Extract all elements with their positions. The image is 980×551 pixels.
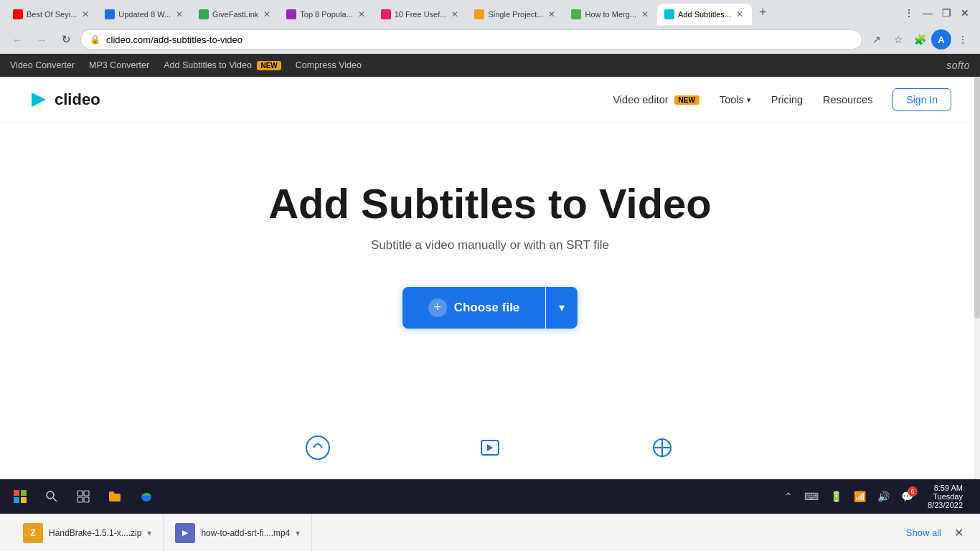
extensions-button[interactable]: 🧩 [910, 29, 930, 50]
download-chevron-1[interactable]: ▾ [147, 528, 151, 538]
chrome-more-button[interactable]: ⋮ [900, 4, 918, 22]
wifi-icon[interactable]: 📶 [851, 488, 869, 505]
nav-resources[interactable]: Resources [823, 94, 872, 105]
feature-icons-row [0, 433, 980, 465]
tab-close-6[interactable]: ✕ [547, 8, 557, 21]
tab-label-4: Top 8 Popula... [300, 10, 352, 19]
share-button[interactable]: ↗ [867, 29, 887, 50]
browser-tab-7[interactable]: How to Merg... ✕ [564, 4, 657, 25]
svg-rect-6 [14, 497, 19, 503]
zip-icon: Z [23, 523, 43, 543]
tab-favicon-5 [381, 9, 391, 19]
nav-tools[interactable]: Tools ▾ [720, 94, 751, 105]
nav-pricing[interactable]: Pricing [771, 94, 803, 105]
choose-file-dropdown-button[interactable]: ▾ [546, 287, 578, 329]
profile-button[interactable]: A [931, 29, 951, 50]
tab-label-8: Add Subtitles... [678, 10, 731, 19]
softo-mp3-converter[interactable]: MP3 Converter [89, 60, 149, 70]
taskbar-search-button[interactable] [37, 482, 66, 511]
main-content: Add Subtitles to Video Subtitle a video … [0, 123, 980, 329]
tray-chevron-icon[interactable]: ⌃ [781, 488, 796, 505]
url-text: clideo.com/add-subtitles-to-video [106, 34, 853, 45]
downloads-close-button[interactable]: ✕ [948, 523, 969, 543]
task-view-button[interactable] [69, 482, 98, 511]
browser-tab-1[interactable]: Best Of Seyi... ✕ [6, 4, 98, 25]
download-chevron-2[interactable]: ▾ [296, 528, 300, 538]
choose-file-button[interactable]: + Choose file [402, 287, 546, 329]
logo-icon [29, 90, 49, 110]
svg-rect-11 [84, 491, 89, 496]
mp4-icon: ▶ [175, 523, 195, 543]
download-item-1[interactable]: Z HandBrake-1.5.1-x....zip ▾ [11, 514, 164, 551]
new-tab-button[interactable]: + [755, 5, 771, 20]
edge-icon [140, 490, 153, 503]
tab-favicon-7 [571, 9, 581, 19]
tab-favicon-3 [199, 9, 209, 19]
tab-close-8[interactable]: ✕ [735, 8, 745, 21]
download-name-1: HandBrake-1.5.1-x....zip [49, 528, 141, 538]
softo-video-converter[interactable]: Video Converter [10, 60, 75, 70]
choose-file-container: + Choose file ▾ [402, 287, 578, 329]
browser-tab-6[interactable]: Single Project... ✕ [467, 4, 564, 25]
svg-point-8 [47, 491, 54, 499]
browser-tab-4[interactable]: Top 8 Popula... ✕ [279, 4, 373, 25]
nav-video-editor[interactable]: Video editor NEW [613, 94, 699, 105]
search-icon [45, 490, 58, 503]
browser-tab-2[interactable]: Updated 8 W... ✕ [98, 4, 192, 25]
svg-rect-5 [21, 490, 27, 496]
svg-rect-10 [77, 491, 83, 496]
notification-icon[interactable]: 💬 [898, 488, 916, 505]
tab-close-4[interactable]: ✕ [357, 8, 367, 21]
tab-close-5[interactable]: ✕ [450, 8, 460, 21]
browser-tab-8[interactable]: Add Subtitles... ✕ [657, 4, 752, 25]
clock-time: 8:59 AM [928, 484, 963, 492]
chrome-menu-button[interactable]: ⋮ [953, 29, 973, 50]
battery-icon[interactable]: 🔋 [827, 488, 845, 505]
tab-close-7[interactable]: ✕ [640, 8, 650, 21]
tab-close-2[interactable]: ✕ [174, 8, 184, 21]
scrollbar-thumb[interactable] [974, 77, 980, 319]
svg-rect-13 [84, 497, 89, 502]
chrome-maximize-button[interactable]: ❐ [937, 4, 956, 22]
tab-close-3[interactable]: ✕ [262, 8, 272, 21]
logo-text: clideo [55, 90, 100, 109]
tab-favicon-4 [286, 9, 296, 19]
browser-tab-5[interactable]: 10 Free Usef... ✕ [374, 4, 468, 25]
tab-favicon-8 [664, 9, 674, 19]
clideo-logo[interactable]: clideo [29, 90, 100, 110]
start-button[interactable] [6, 482, 34, 511]
chrome-close-button[interactable]: ✕ [956, 4, 974, 22]
downloads-bar: Z HandBrake-1.5.1-x....zip ▾ ▶ how-to-ad… [0, 514, 980, 551]
softo-add-subtitles[interactable]: Add Subtitles to Video NEW [164, 60, 281, 70]
chrome-minimize-button[interactable]: — [918, 4, 937, 22]
folder-icon [108, 490, 122, 503]
tab-favicon-1 [13, 9, 23, 19]
svg-line-9 [53, 498, 57, 501]
edge-button[interactable] [132, 482, 161, 511]
tab-label-2: Updated 8 W... [118, 10, 171, 19]
download-item-2[interactable]: ▶ how-to-add-srt-fi....mp4 ▾ [164, 514, 312, 551]
scrollbar[interactable] [974, 77, 980, 479]
browser-tab-3[interactable]: GiveFastLink ✕ [192, 4, 279, 25]
file-explorer-button[interactable] [100, 482, 129, 511]
address-bar[interactable]: 🔒 clideo.com/add-subtitles-to-video [80, 29, 862, 50]
header-nav: Video editor NEW Tools ▾ Pricing Resourc… [613, 88, 951, 111]
tabs-container: Best Of Seyi... ✕ Updated 8 W... ✕ GiveF… [6, 0, 897, 25]
keyboard-icon[interactable]: ⌨ [801, 488, 821, 505]
sign-in-button[interactable]: Sign In [892, 88, 951, 111]
clock-day: Tuesday [928, 492, 963, 501]
forward-button[interactable]: → [32, 29, 52, 50]
refresh-button[interactable]: ↻ [56, 29, 76, 50]
plus-icon: + [428, 298, 447, 317]
svg-rect-7 [21, 497, 27, 503]
tab-close-1[interactable]: ✕ [80, 8, 90, 21]
volume-icon[interactable]: 🔊 [875, 488, 892, 505]
feature-icon-3 [648, 433, 677, 465]
system-clock[interactable]: 8:59 AM Tuesday 8/23/2022 [922, 481, 969, 512]
softo-compress-video[interactable]: Compress Video [296, 60, 362, 70]
address-bar-actions: ↗ ☆ 🧩 A ⋮ [867, 29, 973, 50]
back-button[interactable]: ← [7, 29, 27, 50]
show-all-button[interactable]: Show all [899, 523, 948, 542]
tools-chevron-icon: ▾ [747, 95, 751, 105]
bookmark-button[interactable]: ☆ [888, 29, 908, 50]
